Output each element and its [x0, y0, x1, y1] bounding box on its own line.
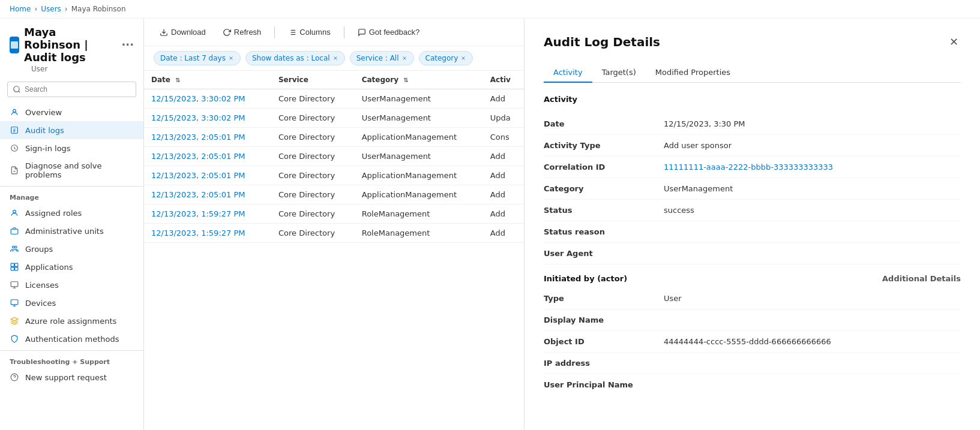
- sidebar-item-licenses[interactable]: Licenses: [0, 276, 143, 294]
- table-row: 12/13/2023, 2:05:01 PM Core Directory Ap…: [144, 166, 524, 185]
- table-row: 12/13/2023, 1:59:27 PM Core Directory Ro…: [144, 224, 524, 243]
- cell-date-3[interactable]: 12/13/2023, 2:05:01 PM: [144, 147, 271, 166]
- breadcrumb-home[interactable]: Home: [10, 5, 31, 13]
- cell-date-4[interactable]: 12/13/2023, 2:05:01 PM: [144, 166, 271, 185]
- tab-activity[interactable]: Activity: [544, 63, 592, 83]
- sidebar-item-overview[interactable]: Overview: [0, 103, 143, 121]
- svg-rect-13: [11, 282, 18, 287]
- sidebar-item-devices[interactable]: Devices: [0, 294, 143, 312]
- table-row: 12/13/2023, 2:05:01 PM Core Directory Ap…: [144, 185, 524, 205]
- detail-panel: Audit Log Details ✕ Activity Target(s) M…: [524, 19, 980, 430]
- detail-row-type: Type User: [544, 288, 961, 309]
- overview-icon: [10, 107, 19, 117]
- col-date[interactable]: Date ⇅: [144, 71, 271, 89]
- tab-targets[interactable]: Target(s): [592, 63, 646, 83]
- sidebar-header: Maya Robinson | Audit logs ··· User: [0, 19, 143, 78]
- detail-row-upn: User Principal Name: [544, 374, 961, 395]
- service-filter-close-icon: [401, 55, 407, 61]
- audit-logs-icon: [10, 125, 19, 135]
- sidebar-item-support[interactable]: New support request: [0, 368, 143, 386]
- cell-date-1[interactable]: 12/15/2023, 3:30:02 PM: [144, 109, 271, 128]
- cell-date-5[interactable]: 12/13/2023, 2:05:01 PM: [144, 185, 271, 205]
- date-filter-pill[interactable]: Date : Last 7 days: [154, 51, 241, 65]
- sidebar: Maya Robinson | Audit logs ··· User Over…: [0, 19, 144, 430]
- cell-activity-0: Add: [483, 89, 524, 109]
- svg-rect-0: [11, 41, 18, 49]
- additional-details-link[interactable]: Additional Details: [882, 274, 961, 283]
- date-sort-icon: ⇅: [175, 77, 180, 83]
- download-button[interactable]: Download: [154, 25, 212, 40]
- sidebar-item-azure-roles[interactable]: Azure role assignments: [0, 312, 143, 330]
- main-content: Download Refresh Columns Got feedback? D…: [144, 19, 524, 430]
- feedback-icon: [358, 28, 366, 37]
- cell-service-4: Core Directory: [271, 166, 355, 185]
- cell-service-5: Core Directory: [271, 185, 355, 205]
- breadcrumb-users[interactable]: Users: [41, 5, 61, 13]
- detail-content: Activity Date 12/15/2023, 3:30 PM Activi…: [544, 95, 961, 395]
- col-category[interactable]: Category ⇅: [355, 71, 483, 89]
- col-activity[interactable]: Activ: [483, 71, 524, 89]
- cell-date-2[interactable]: 12/13/2023, 2:05:01 PM: [144, 128, 271, 147]
- sidebar-item-assigned-roles[interactable]: Assigned roles: [0, 204, 143, 222]
- table-row: 12/15/2023, 3:30:02 PM Core Directory Us…: [144, 89, 524, 109]
- sidebar-item-groups-label: Groups: [25, 245, 53, 254]
- cell-date-7[interactable]: 12/13/2023, 1:59:27 PM: [144, 224, 271, 243]
- sidebar-item-sign-in-logs[interactable]: Sign-in logs: [0, 139, 143, 157]
- sidebar-item-audit-logs[interactable]: Audit logs: [0, 121, 143, 139]
- svg-marker-15: [11, 317, 18, 321]
- cell-service-1: Core Directory: [271, 109, 355, 128]
- search-container: [0, 78, 143, 101]
- refresh-icon: [223, 28, 231, 37]
- svg-rect-10: [15, 263, 18, 266]
- cell-category-0: UserManagement: [355, 89, 483, 109]
- sidebar-item-devices-label: Devices: [25, 299, 56, 308]
- close-detail-panel-button[interactable]: ✕: [947, 33, 961, 51]
- feedback-button[interactable]: Got feedback?: [352, 25, 426, 40]
- show-dates-filter-pill[interactable]: Show dates as : Local: [245, 51, 345, 65]
- sidebar-item-diagnose-label: Diagnose and solve problems: [25, 161, 134, 179]
- refresh-button[interactable]: Refresh: [217, 25, 268, 40]
- category-filter-pill[interactable]: Category: [419, 51, 473, 65]
- svg-point-7: [13, 246, 15, 248]
- cell-category-5: ApplicationManagement: [355, 185, 483, 205]
- cell-category-4: ApplicationManagement: [355, 166, 483, 185]
- cell-category-1: UserManagement: [355, 109, 483, 128]
- sidebar-nav: Overview Audit logs Sign-in logs Diagnos…: [0, 101, 143, 430]
- table-row: 12/13/2023, 2:05:01 PM Core Directory Us…: [144, 147, 524, 166]
- sign-in-logs-icon: [10, 143, 19, 153]
- sidebar-item-sign-in-logs-label: Sign-in logs: [25, 144, 71, 153]
- search-input[interactable]: [7, 82, 136, 97]
- cell-category-6: RoleManagement: [355, 205, 483, 224]
- tab-modified-properties[interactable]: Modified Properties: [646, 63, 740, 83]
- detail-row-object-id: Object ID 44444444-cccc-5555-dddd-666666…: [544, 331, 961, 353]
- sidebar-item-admin-units[interactable]: Administrative units: [0, 222, 143, 240]
- detail-row-status-reason: Status reason: [544, 221, 961, 243]
- sidebar-item-diagnose[interactable]: Diagnose and solve problems: [0, 157, 143, 184]
- manage-section-label: Manage: [0, 186, 143, 204]
- cell-service-7: Core Directory: [271, 224, 355, 243]
- troubleshoot-section-label: Troubleshooting + Support: [0, 350, 143, 368]
- sidebar-item-auth-methods[interactable]: Authentication methods: [0, 330, 143, 348]
- svg-rect-14: [11, 300, 18, 305]
- col-service[interactable]: Service: [271, 71, 355, 89]
- cell-category-3: UserManagement: [355, 147, 483, 166]
- svg-rect-12: [15, 267, 18, 270]
- audit-logs-table: Date ⇅ Service Category ⇅ Activ: [144, 71, 524, 243]
- detail-panel-header: Audit Log Details ✕: [544, 33, 961, 51]
- cell-activity-2: Cons: [483, 128, 524, 147]
- detail-row-date: Date 12/15/2023, 3:30 PM: [544, 113, 961, 135]
- columns-button[interactable]: Columns: [282, 25, 336, 40]
- more-options-button[interactable]: ···: [121, 38, 134, 51]
- sidebar-item-applications[interactable]: Applications: [0, 258, 143, 276]
- service-filter-pill[interactable]: Service : All: [350, 51, 414, 65]
- cell-date-0[interactable]: 12/15/2023, 3:30:02 PM: [144, 89, 271, 109]
- show-dates-filter-close-icon: [332, 55, 338, 61]
- cell-category-2: ApplicationManagement: [355, 128, 483, 147]
- sidebar-item-licenses-label: Licenses: [25, 281, 59, 290]
- cell-activity-4: Add: [483, 166, 524, 185]
- detail-row-status: Status success: [544, 200, 961, 221]
- sidebar-item-applications-label: Applications: [25, 263, 73, 272]
- table-row: 12/15/2023, 3:30:02 PM Core Directory Us…: [144, 109, 524, 128]
- cell-date-6[interactable]: 12/13/2023, 1:59:27 PM: [144, 205, 271, 224]
- sidebar-item-groups[interactable]: Groups: [0, 240, 143, 258]
